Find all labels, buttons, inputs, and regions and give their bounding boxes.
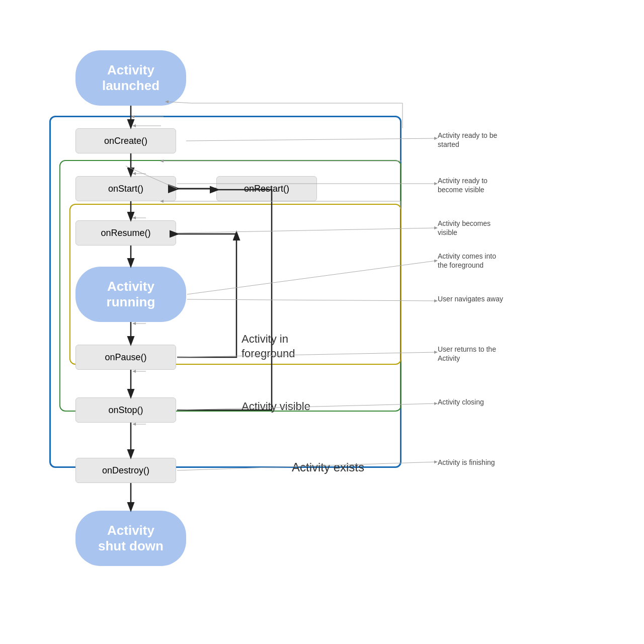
annotation-returns: User returns to the Activity xyxy=(438,345,503,363)
onstart-box: onStart() xyxy=(75,176,176,201)
onstop-box: onStop() xyxy=(75,397,176,423)
annotation-comes-foreground: Activity comes into the foreground xyxy=(438,252,503,270)
activity-shutdown-node: Activity shut down xyxy=(75,511,186,566)
diagram-container: Activity exists Activity visible Activit… xyxy=(25,20,629,624)
onresume-box: onResume() xyxy=(75,220,176,246)
activity-launched-node: Activity launched xyxy=(75,50,186,106)
onpause-box: onPause() xyxy=(75,345,176,370)
boundary-visible-label: Activity visible xyxy=(242,400,310,413)
annotation-finishing: Activity is finishing xyxy=(438,458,503,467)
boundary-foreground-label: Activity inforeground xyxy=(242,332,295,361)
boundary-exists-label: Activity exists xyxy=(292,460,364,474)
onrestart-box: onRestart() xyxy=(216,176,317,201)
ondestroy-box: onDestroy() xyxy=(75,458,176,483)
activity-running-node: Activity running xyxy=(75,267,186,322)
annotation-ready-start: Activity ready to be started xyxy=(438,131,503,149)
oncreate-box: onCreate() xyxy=(75,128,176,153)
annotation-closing: Activity closing xyxy=(438,397,503,407)
annotation-becomes-visible: Activity becomes visible xyxy=(438,219,503,237)
annotation-navigates-away: User navigates away xyxy=(438,294,503,303)
annotation-ready-visible: Activity ready to become visible xyxy=(438,176,503,194)
